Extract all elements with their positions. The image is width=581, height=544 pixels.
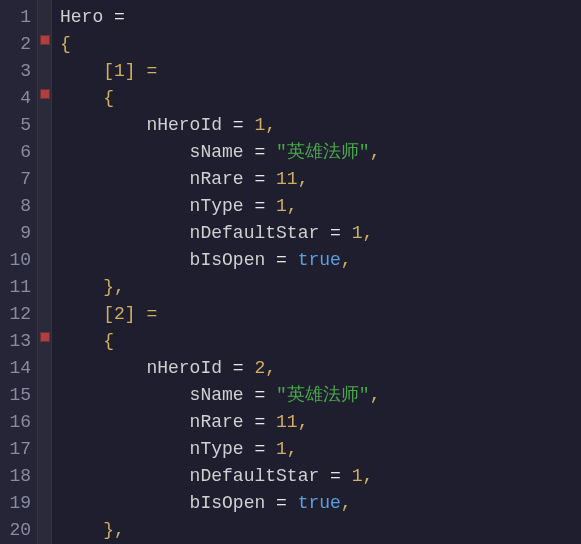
code-line[interactable]: nHeroId = 2, <box>60 355 581 382</box>
number: 1 <box>114 61 125 81</box>
number: 1 <box>276 439 287 459</box>
code-line[interactable]: sName = "英雄法师", <box>60 382 581 409</box>
number: 2 <box>114 304 125 324</box>
field: sName <box>60 385 244 405</box>
field: nRare <box>60 169 244 189</box>
comma: , <box>362 223 373 243</box>
line-number: 13 <box>4 328 31 355</box>
line-number: 5 <box>4 112 31 139</box>
code-line[interactable]: }, <box>60 274 581 301</box>
code-line[interactable]: [2] = <box>60 301 581 328</box>
comma: , <box>370 385 381 405</box>
brace: }, <box>60 277 125 297</box>
operator: = <box>319 466 351 486</box>
comma: , <box>341 250 352 270</box>
field: nDefaultStar <box>60 466 319 486</box>
brace: { <box>60 34 71 54</box>
line-number: 12 <box>4 301 31 328</box>
operator: = <box>265 250 297 270</box>
line-number: 9 <box>4 220 31 247</box>
boolean: true <box>298 250 341 270</box>
code-line[interactable]: bIsOpen = true, <box>60 247 581 274</box>
line-number-gutter: 1 2 3 4 5 6 7 8 9 10 11 12 13 14 15 16 1… <box>0 0 38 544</box>
field: bIsOpen <box>60 493 265 513</box>
code-line[interactable]: nType = 1, <box>60 193 581 220</box>
comma: , <box>265 115 276 135</box>
comma: , <box>362 466 373 486</box>
field: nRare <box>60 412 244 432</box>
code-line[interactable]: nDefaultStar = 1, <box>60 463 581 490</box>
code-editor[interactable]: 1 2 3 4 5 6 7 8 9 10 11 12 13 14 15 16 1… <box>0 0 581 544</box>
operator: = <box>244 412 276 432</box>
code-line[interactable]: [1] = <box>60 58 581 85</box>
bracket: [ <box>60 304 114 324</box>
operator: = <box>222 358 254 378</box>
line-number: 10 <box>4 247 31 274</box>
field: sName <box>60 142 244 162</box>
field: nHeroId <box>60 358 222 378</box>
line-number: 14 <box>4 355 31 382</box>
identifier: Hero <box>60 7 103 27</box>
number: 1 <box>352 466 363 486</box>
line-number: 2 <box>4 31 31 58</box>
operator: = <box>244 385 276 405</box>
brace: { <box>60 331 114 351</box>
comma: , <box>287 439 298 459</box>
line-number: 19 <box>4 490 31 517</box>
bracket: ] = <box>125 304 157 324</box>
code-line[interactable]: { <box>60 328 581 355</box>
number: 1 <box>352 223 363 243</box>
comma: , <box>341 493 352 513</box>
line-number: 15 <box>4 382 31 409</box>
fold-column <box>38 0 52 544</box>
code-line[interactable]: nRare = 11, <box>60 409 581 436</box>
brace: }, <box>60 520 125 540</box>
operator: = <box>319 223 351 243</box>
number: 1 <box>254 115 265 135</box>
line-number: 11 <box>4 274 31 301</box>
field: nType <box>60 439 244 459</box>
operator: = <box>103 7 135 27</box>
line-number: 7 <box>4 166 31 193</box>
fold-marker-icon[interactable] <box>40 332 50 342</box>
string: "英雄法师" <box>276 142 370 162</box>
code-line[interactable]: bIsOpen = true, <box>60 490 581 517</box>
number: 11 <box>276 412 298 432</box>
operator: = <box>244 196 276 216</box>
comma: , <box>370 142 381 162</box>
code-line[interactable]: nType = 1, <box>60 436 581 463</box>
code-line[interactable]: }, <box>60 517 581 544</box>
line-number: 1 <box>4 4 31 31</box>
line-number: 18 <box>4 463 31 490</box>
line-number: 4 <box>4 85 31 112</box>
code-line[interactable]: Hero = <box>60 4 581 31</box>
bracket: ] = <box>125 61 157 81</box>
operator: = <box>265 493 297 513</box>
field: nHeroId <box>60 115 222 135</box>
comma: , <box>298 412 309 432</box>
fold-marker-icon[interactable] <box>40 89 50 99</box>
number: 11 <box>276 169 298 189</box>
line-number: 8 <box>4 193 31 220</box>
line-number: 17 <box>4 436 31 463</box>
code-line[interactable]: nRare = 11, <box>60 166 581 193</box>
line-number: 6 <box>4 139 31 166</box>
field: nType <box>60 196 244 216</box>
code-line[interactable]: { <box>60 85 581 112</box>
line-number: 3 <box>4 58 31 85</box>
code-line[interactable]: sName = "英雄法师", <box>60 139 581 166</box>
code-line[interactable]: nHeroId = 1, <box>60 112 581 139</box>
boolean: true <box>298 493 341 513</box>
line-number: 16 <box>4 409 31 436</box>
code-area[interactable]: Hero = { [1] = { nHeroId = 1, sName = "英… <box>52 0 581 544</box>
code-line[interactable]: { <box>60 31 581 58</box>
comma: , <box>287 196 298 216</box>
operator: = <box>244 142 276 162</box>
field: nDefaultStar <box>60 223 319 243</box>
field: bIsOpen <box>60 250 265 270</box>
fold-marker-icon[interactable] <box>40 35 50 45</box>
line-number: 20 <box>4 517 31 544</box>
code-line[interactable]: nDefaultStar = 1, <box>60 220 581 247</box>
operator: = <box>244 169 276 189</box>
number: 2 <box>254 358 265 378</box>
